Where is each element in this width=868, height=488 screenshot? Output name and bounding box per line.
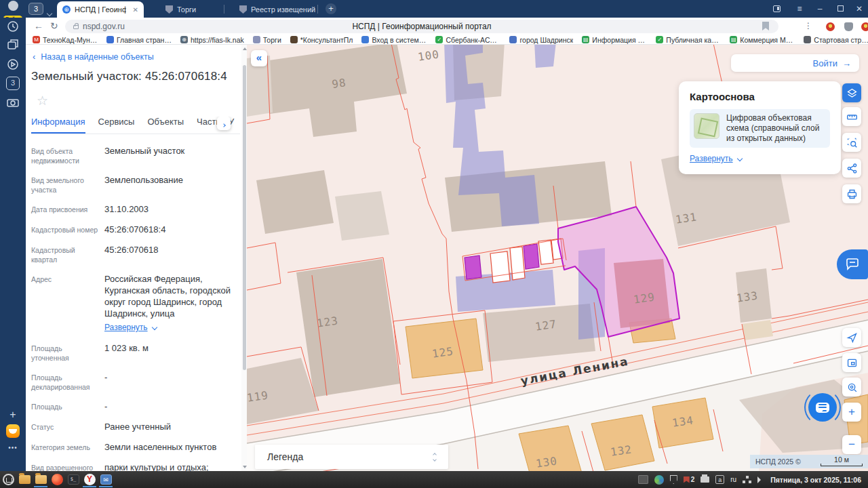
- screenshot-icon[interactable]: [6, 96, 20, 109]
- scrollbar-thumb[interactable]: [243, 65, 246, 370]
- mail-app-icon[interactable]: ✉: [98, 472, 114, 487]
- boards-icon[interactable]: [6, 39, 20, 52]
- bookmark[interactable]: *КонсультантПл: [290, 36, 353, 44]
- attribute-label: Кадастровый номер: [31, 224, 99, 235]
- new-tab-button[interactable]: +: [326, 3, 336, 14]
- history-icon[interactable]: [6, 20, 20, 33]
- updates-icon[interactable]: 2: [684, 476, 695, 483]
- zoom-out-button[interactable]: −: [842, 435, 861, 454]
- assistant-sticker-button[interactable]: [837, 249, 868, 279]
- tabs-next-button[interactable]: [217, 117, 231, 130]
- bookmark-favicon-icon: [106, 36, 114, 43]
- zen-3-icon[interactable]: 3: [6, 77, 20, 90]
- map-login-bar[interactable]: Войти →: [731, 54, 859, 72]
- attribute-label: Статус: [31, 421, 99, 432]
- yandex-services-icon[interactable]: [6, 424, 20, 438]
- scale-label: 10 м: [821, 455, 863, 464]
- taskbar-clock[interactable]: Пятница, 3 окт 2025, 11:06: [770, 476, 861, 484]
- locate-me-button[interactable]: [842, 328, 861, 347]
- maximize-icon[interactable]: [834, 3, 846, 14]
- attribute-value: Земли населенных пунктов: [104, 441, 240, 453]
- share-button[interactable]: [842, 159, 861, 178]
- files-open-app-icon[interactable]: [33, 472, 49, 487]
- attribute-row: Площадь уточненная 1 023 кв. м: [31, 342, 240, 363]
- extension-red-icon[interactable]: [861, 22, 868, 31]
- tab-list-chevron-icon[interactable]: [47, 6, 52, 18]
- chat-button[interactable]: [808, 393, 837, 422]
- address-more-icon[interactable]: ⋮: [804, 21, 812, 30]
- legend-toggle-icon[interactable]: [433, 453, 436, 461]
- extension-red-icon[interactable]: [826, 22, 835, 31]
- attribute-value: парки культуры и отдыха; малоэтажная мно…: [104, 462, 240, 471]
- bookmark[interactable]: город Шадринск: [509, 36, 573, 44]
- app-red-icon[interactable]: [49, 472, 65, 487]
- tab-count-button[interactable]: 3: [28, 3, 43, 15]
- bookmark[interactable]: Стартовая стран: [804, 36, 868, 44]
- input-grid-icon[interactable]: [638, 475, 648, 484]
- volume-icon[interactable]: [757, 476, 764, 483]
- terminal-app-icon[interactable]: $_: [65, 472, 81, 487]
- print-button[interactable]: [842, 184, 861, 203]
- layers-button[interactable]: [842, 83, 861, 102]
- browser-sidebar: 3 + •••: [0, 18, 26, 471]
- bookmark[interactable]: ▤ Информация о р: [582, 36, 647, 44]
- back-icon[interactable]: ←: [34, 20, 43, 31]
- basemap-layer-item[interactable]: Цифровая объектовая схема (справочный сл…: [690, 109, 830, 148]
- bookmark[interactable]: ✓ Публичная кадас: [656, 36, 721, 44]
- bookmark[interactable]: ⊕ https://fias-lk.nak: [180, 36, 244, 44]
- browser-tab-active[interactable]: ⊕ НСПД | Геоинформаци ✕: [57, 1, 144, 18]
- measure-ruler-button[interactable]: [842, 107, 861, 126]
- tab-panel-icon[interactable]: [770, 3, 783, 15]
- bookmark-label: город Шадринск: [519, 36, 573, 44]
- mint-menu-button[interactable]: [0, 472, 16, 487]
- minimize-icon[interactable]: –: [814, 3, 826, 14]
- shield-favicon-icon: [165, 5, 173, 14]
- shield-icon[interactable]: [670, 475, 677, 484]
- protect-mask-icon[interactable]: [844, 22, 853, 31]
- bookmark[interactable]: ✓ Сбербанк-АСТ - 3: [435, 36, 500, 44]
- attribute-row: Вид разрешенного использования парки кул…: [31, 462, 240, 471]
- back-to-results-link[interactable]: ‹Назад в найденные объекты: [33, 52, 240, 62]
- browser-profile[interactable]: Войти: [1, 1, 24, 17]
- sidebar-add-icon[interactable]: +: [6, 408, 20, 422]
- favorite-star-icon[interactable]: ☆: [37, 93, 240, 108]
- bookmark[interactable]: ▤ Коммерция МО.х: [730, 36, 795, 44]
- antivirus-icon[interactable]: [654, 475, 664, 485]
- close-tab-icon[interactable]: ✕: [133, 6, 138, 14]
- bookmark-favicon-icon: ▤: [582, 36, 589, 43]
- bookmark[interactable]: М ТехноКад-Муниц: [33, 36, 98, 44]
- basemap-expand-link[interactable]: Развернуть: [690, 154, 830, 163]
- printer-icon[interactable]: [701, 476, 709, 483]
- collapse-panel-button[interactable]: «: [251, 50, 267, 66]
- close-window-icon[interactable]: ✕: [853, 3, 865, 14]
- keyboard-layout-icon[interactable]: a: [715, 475, 724, 484]
- zoom-in-button[interactable]: +: [842, 403, 861, 422]
- expand-link[interactable]: Развернуть: [104, 322, 240, 333]
- chat-fab-ring: [804, 389, 841, 426]
- browser-tab-reestr[interactable]: Реестр извещений: [234, 1, 321, 18]
- area-search-button[interactable]: [842, 133, 861, 152]
- language-indicator[interactable]: ru: [730, 476, 736, 483]
- legend-panel[interactable]: Легенда: [255, 445, 448, 469]
- reload-icon[interactable]: ↻: [50, 20, 58, 31]
- attribute-label: Вид объекта недвижимости: [31, 145, 99, 165]
- menu-icon[interactable]: ≡: [793, 3, 806, 14]
- yandex-browser-app-icon[interactable]: Y: [81, 472, 98, 487]
- panel-tab[interactable]: Объекты: [147, 117, 184, 134]
- browser-tab-torgi[interactable]: Торги: [160, 1, 201, 18]
- bookmark[interactable]: Главная страниц: [106, 36, 172, 44]
- bookmark[interactable]: Торги: [253, 36, 281, 44]
- sidebar-more-icon[interactable]: •••: [6, 445, 20, 458]
- coordinate-search-button[interactable]: [842, 378, 861, 396]
- panel-tab[interactable]: Сервисы: [98, 117, 135, 134]
- map-canvas[interactable]: 98100123125127129131133119134130132 улиц…: [247, 45, 868, 471]
- bookmark[interactable]: Вход в систему ::: [361, 36, 427, 44]
- files-app-icon[interactable]: [16, 472, 33, 487]
- network-icon[interactable]: [743, 476, 751, 483]
- overview-map-button[interactable]: [842, 353, 861, 372]
- address-bar[interactable]: nspd.gov.ru НСПД | Геоинформационный пор…: [65, 20, 778, 33]
- panel-tab[interactable]: Информация: [31, 117, 85, 134]
- bookmark-label: ТехноКад-Муниц: [43, 36, 98, 44]
- attribute-row: Вид объекта недвижимости Земельный участ…: [31, 145, 240, 165]
- video-play-icon[interactable]: [6, 58, 20, 71]
